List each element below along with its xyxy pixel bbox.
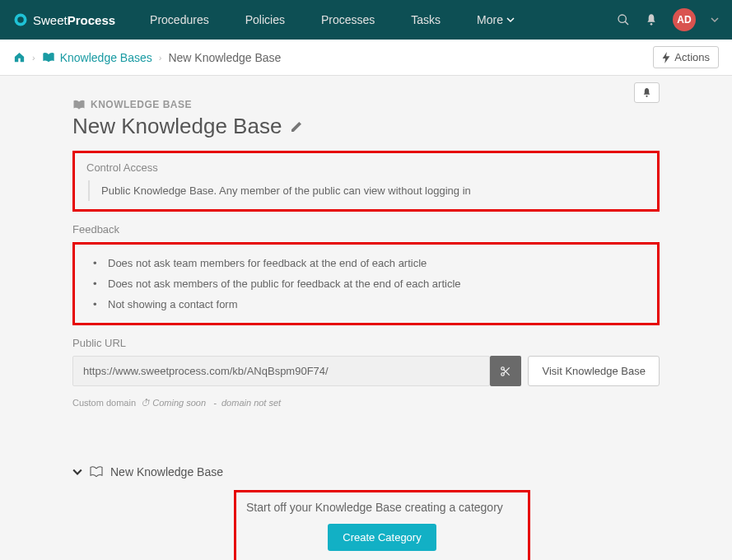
bell-icon[interactable] [645, 13, 658, 26]
nav-items: Procedures Policies Processes Tasks More [135, 2, 529, 38]
book-open-icon [89, 466, 104, 478]
nav-more-label: More [477, 13, 503, 26]
nav-tasks[interactable]: Tasks [396, 2, 455, 38]
nav-more[interactable]: More [462, 2, 529, 38]
logo[interactable]: SweetProcess [13, 12, 115, 27]
chevron-down-icon [72, 467, 82, 477]
logo-icon [13, 12, 28, 27]
scissors-icon [500, 366, 511, 377]
tree-title: New Knowledge Base [110, 465, 223, 478]
nav-processes[interactable]: Processes [306, 2, 389, 38]
create-category-button[interactable]: Create Category [328, 524, 436, 551]
svg-point-4 [650, 23, 653, 26]
svg-point-5 [646, 96, 647, 97]
top-nav: SweetProcess Procedures Policies Process… [0, 0, 732, 40]
public-url-label: Public URL [72, 337, 660, 349]
control-access-label: Control Access [86, 161, 646, 174]
svg-line-3 [625, 21, 628, 25]
user-menu-chevron-icon[interactable] [711, 16, 719, 24]
book-icon [42, 52, 55, 63]
nav-policies[interactable]: Policies [231, 2, 300, 38]
public-url-input[interactable] [72, 356, 490, 386]
svg-point-1 [17, 16, 24, 23]
access-item: Public Knowledge Base. Any member of the… [88, 180, 646, 201]
feedback-label: Feedback [72, 223, 660, 236]
notify-button[interactable] [634, 82, 660, 103]
section-control-access: Control Access Public Knowledge Base. An… [72, 151, 660, 212]
chevron-down-icon [506, 16, 515, 24]
breadcrumb-sep: › [32, 53, 35, 63]
svg-point-2 [618, 15, 626, 22]
copy-url-button[interactable] [490, 356, 521, 386]
actions-label: Actions [674, 51, 710, 63]
create-prompt: Start off your Knowledge Base creating a… [246, 501, 518, 514]
kb-tree: New Knowledge Base Start off your Knowle… [72, 465, 660, 560]
visit-kb-button[interactable]: Visit Knowledge Base [528, 356, 660, 386]
section-public-url: Public URL Visit Knowledge Base [72, 337, 660, 386]
page-title: New Knowledge Base [72, 114, 282, 139]
main-content: KNOWLEDGE BASE New Knowledge Base Contro… [0, 76, 732, 560]
avatar[interactable]: AD [673, 8, 696, 31]
book-icon [72, 100, 86, 110]
breadcrumb-current: New Knowledge Base [168, 51, 281, 64]
tree-toggle[interactable]: New Knowledge Base [72, 465, 660, 478]
create-category-box: Start off your Knowledge Base creating a… [234, 490, 530, 560]
custom-domain-note: Custom domain ⏱ Coming soon - domain not… [72, 398, 660, 408]
breadcrumb-kb-label: Knowledge Bases [60, 51, 152, 64]
edit-icon[interactable] [290, 120, 303, 133]
breadcrumb-knowledge-bases[interactable]: Knowledge Bases [42, 51, 152, 64]
search-icon[interactable] [617, 13, 630, 26]
feedback-item: Does not ask members of the public for f… [93, 273, 646, 294]
actions-button[interactable]: Actions [653, 46, 719, 68]
bolt-icon [662, 52, 670, 63]
feedback-item: Does not ask team members for feedback a… [93, 253, 646, 273]
breadcrumb-bar: › Knowledge Bases › New Knowledge Base A… [0, 40, 732, 76]
logo-text: SweetProcess [33, 13, 115, 27]
breadcrumb-sep-2: › [159, 53, 162, 63]
kb-type-label: KNOWLEDGE BASE [72, 99, 634, 110]
home-icon[interactable] [13, 51, 26, 63]
feedback-item: Not showing a contact form [93, 294, 646, 315]
section-feedback: Feedback Does not ask team members for f… [72, 223, 660, 325]
nav-procedures[interactable]: Procedures [135, 2, 224, 38]
